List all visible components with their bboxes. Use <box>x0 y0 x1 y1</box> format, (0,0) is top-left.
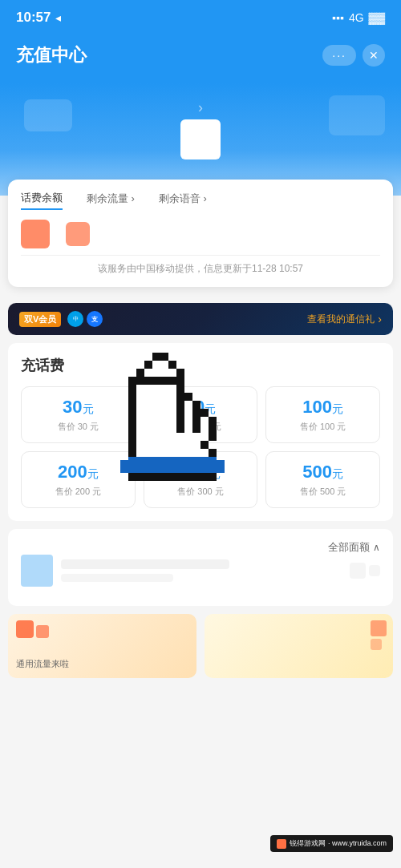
price-card-30[interactable]: 30元 售价 30 元 <box>21 386 136 443</box>
hero-decoration-left <box>24 99 72 131</box>
balance-value <box>21 220 50 248</box>
tab-voice[interactable]: 剩余语音 › <box>159 191 207 210</box>
vip-banner[interactable]: 双V会员 中 支 查看我的通信礼 › <box>8 303 393 335</box>
toggle-chevron-icon: ∧ <box>373 542 380 553</box>
close-button[interactable]: ✕ <box>363 44 385 67</box>
location-icon: ◂ <box>55 11 61 24</box>
signal-icon: ▪▪▪ <box>332 11 344 24</box>
hero-chevron-icon: › <box>198 99 203 116</box>
vip-left: 双V会员 中 支 <box>19 311 103 327</box>
price-label-300: 售价 300 元 <box>151 486 251 498</box>
watermark: 锐得游戏网 · www.ytruida.com <box>270 835 393 852</box>
watermark-logo <box>277 839 286 849</box>
ad-icon-group <box>16 620 49 638</box>
vip-cta-text: 查看我的通信礼 <box>307 313 375 326</box>
price-card-200[interactable]: 200元 售价 200 元 <box>21 451 136 508</box>
page-title: 充值中心 <box>16 43 87 67</box>
tab-data[interactable]: 剩余流量 › <box>87 191 135 210</box>
ad-right-icon-1 <box>371 620 387 636</box>
account-card: 话费余额 剩余流量 › 剩余语音 › 该服务由中国移动提供，信息更新于11-28… <box>8 180 393 287</box>
watermark-text: 锐得游戏网 · www.ytruida.com <box>290 838 387 849</box>
status-icons: ▪▪▪ 4G ▓▓ <box>332 11 385 24</box>
price-card-50[interactable]: 50元 售价 50 元 <box>144 386 258 443</box>
data-value <box>66 220 90 248</box>
blurred-content <box>21 547 380 595</box>
ad-card-2[interactable] <box>205 614 393 678</box>
price-amount-300: 300元 <box>151 462 251 482</box>
ad-label-1: 通用流量来啦 <box>16 658 188 670</box>
status-time: 10:57 <box>16 10 51 26</box>
recharge-title: 充话费 <box>21 356 380 375</box>
price-label-100: 售价 100 元 <box>273 421 373 433</box>
ad-right-icons <box>371 620 387 650</box>
vip-logos: 中 支 <box>67 311 103 327</box>
toggle-label: 全部面额 <box>328 540 370 555</box>
network-label: 4G <box>349 11 364 24</box>
ad-orange-icon <box>16 620 34 638</box>
toggle-all-amounts[interactable]: 全部面额 ∧ <box>328 540 380 555</box>
price-label-500: 售价 500 元 <box>273 486 373 498</box>
price-label-30: 售价 30 元 <box>28 421 128 433</box>
battery-icon: ▓▓ <box>369 11 385 24</box>
price-amount-200: 200元 <box>28 462 128 482</box>
app-header: 充值中心 ··· ✕ <box>0 35 401 83</box>
more-button[interactable]: ··· <box>322 45 356 66</box>
account-notice: 该服务由中国移动提供，信息更新于11-28 10:57 <box>21 255 380 276</box>
hero-banner: › <box>0 83 401 196</box>
ad-right-icon-2 <box>371 639 382 650</box>
ad-card-data[interactable]: 通用流量来啦 <box>8 614 196 678</box>
price-label-200: 售价 200 元 <box>28 486 128 498</box>
account-values <box>21 220 380 248</box>
price-amount-100: 100元 <box>273 397 373 418</box>
mobile-logo: 中 <box>67 311 83 327</box>
ad-orange-icon-sm <box>36 625 49 638</box>
account-tabs: 话费余额 剩余流量 › 剩余语音 › <box>21 191 380 210</box>
tab-balance[interactable]: 话费余额 <box>21 191 63 210</box>
bottom-ads: 通用流量来啦 <box>8 614 393 678</box>
price-card-500[interactable]: 500元 售价 500 元 <box>265 451 380 508</box>
more-section: 全部面额 ∧ <box>8 529 393 606</box>
hero-white-square <box>180 119 221 159</box>
price-card-300[interactable]: 300元 售价 300 元 <box>144 451 258 508</box>
recharge-section: 充话费 30元 售价 30 元 50元 售价 50 元 100元 售价 100 … <box>8 343 393 521</box>
alipay-logo: 支 <box>87 311 103 327</box>
vip-cta[interactable]: 查看我的通信礼 › <box>307 313 382 326</box>
price-label-50: 售价 50 元 <box>151 421 251 433</box>
price-amount-50: 50元 <box>151 397 251 418</box>
price-amount-30: 30元 <box>28 397 128 418</box>
header-actions: ··· ✕ <box>322 44 385 67</box>
vip-badge: 双V会员 <box>19 312 61 327</box>
vip-arrow-icon: › <box>378 313 382 325</box>
price-amount-500: 500元 <box>273 462 373 482</box>
price-card-100[interactable]: 100元 售价 100 元 <box>265 386 380 443</box>
balance-icon <box>21 220 50 248</box>
status-bar: 10:57 ◂ ▪▪▪ 4G ▓▓ <box>0 0 401 35</box>
data-icon <box>66 222 90 246</box>
hero-decoration-right <box>329 95 385 135</box>
blue-square-icon <box>21 555 53 587</box>
price-grid: 30元 售价 30 元 50元 售价 50 元 100元 售价 100 元 20… <box>21 386 380 508</box>
gray-squares <box>350 563 380 579</box>
